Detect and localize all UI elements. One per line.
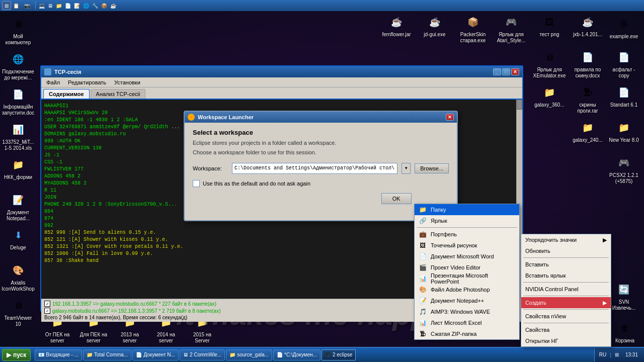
totalcomm-label: Total Comma...	[94, 352, 128, 357]
dialog-close-x[interactable]: ✕	[446, 114, 454, 121]
rcm-nview[interactable]: Свойства nView	[521, 311, 611, 322]
desktop-icon-testpng[interactable]: 🖼 тест png	[531, 14, 568, 38]
workspace-dropdown-btn[interactable]: ▼	[401, 163, 411, 174]
doc1-icon: 📄	[10, 86, 26, 103]
rcm-paste-shortcut[interactable]: Вставить ярлык	[521, 270, 611, 281]
desktop-icon-packerskin[interactable]: 📦 PackerSkin старая.exe	[455, 14, 491, 44]
default-checkbox[interactable]	[193, 180, 200, 187]
rcm-refresh[interactable]: Обновить	[521, 245, 611, 256]
menu-edit[interactable]: Редактировать	[65, 78, 109, 86]
start-icon[interactable]: ⊞	[2, 1, 11, 10]
desktop-icon-deluge[interactable]: ⬇ Deluge	[2, 225, 34, 253]
desktop-icon-pcsx2[interactable]: 🎮 PCSX2 1.2.1 (+5875)	[606, 155, 642, 185]
desktop-icon-korzina[interactable]: 🗑 Корзина	[608, 320, 642, 344]
ctx-item-notepadpp[interactable]: 📝 Документ Notepad++	[415, 295, 519, 306]
ctx-item-bitmap[interactable]: 🖼 Точечный рисунок	[415, 240, 519, 251]
status-cb-2[interactable]: ✓	[44, 308, 50, 314]
desktop-icon-fernflower[interactable]: ☕ fernflower.jar	[378, 14, 415, 38]
tab-content[interactable]: Содержимое	[43, 89, 90, 99]
desktop-icon-jxb[interactable]: ☕ jxb-1.4.201...	[570, 14, 606, 38]
desktop-icon-mycomputer[interactable]: 🖥 Мой компьютер	[2, 14, 34, 48]
toolbar-icon-1[interactable]: 📋	[13, 3, 19, 9]
workspace-input[interactable]	[232, 163, 397, 174]
rcm-arrange[interactable]: Упорядочить значки ▶	[521, 234, 611, 245]
example-icon: ⚙	[616, 16, 632, 32]
ctx-item-ppt[interactable]: 📊 Презентация Microsoft PowerPoint	[415, 273, 519, 284]
tab-analysis[interactable]: Анализ TCP-сесii	[91, 89, 146, 99]
ctx-item-yarlyk[interactable]: 🔗 Ярлык	[415, 215, 519, 226]
ctx-photoshop-label: Файл Adobe Photoshop	[431, 287, 490, 293]
tray-icons: ⊞	[613, 352, 620, 357]
otpek-label: От ПЕК на server	[40, 331, 74, 344]
toolbar-icon-5[interactable]: 📁	[56, 3, 62, 9]
rcm-create[interactable]: Создать ▶	[521, 297, 611, 308]
tcp-minimize-btn[interactable]: _	[493, 68, 501, 75]
rcm-openng-label: Открытки НГ	[525, 338, 558, 344]
teamviewer-label: TeamViewer 10	[4, 315, 33, 328]
commwiz-label: 2 CommWie...	[190, 352, 221, 357]
toolbar-icon-3[interactable]: 💻	[39, 3, 45, 9]
ctx-item-video[interactable]: 🎬 Проект Video Editor	[415, 262, 519, 273]
ctx-item-folder[interactable]: 📁 Папку	[415, 204, 519, 215]
start-icon-text: ▶	[7, 351, 11, 358]
desktop-icon-screeny[interactable]: 🗜 скрины проги.rar	[570, 84, 606, 115]
desktop-icon-network[interactable]: 🌐 Подключение до мережi...	[2, 49, 34, 83]
menu-settings[interactable]: Установки	[111, 78, 143, 86]
menu-file[interactable]: Файл	[43, 78, 63, 86]
desktop-icon-notepad[interactable]: 📝 Документ Notepad...	[2, 190, 34, 224]
toolbar-icon-11[interactable]: ☕	[110, 3, 116, 9]
toolbar-icon-7[interactable]: 📝	[74, 3, 80, 9]
asfalt-label: асфальт - copy	[606, 66, 642, 79]
ctx-item-aimp[interactable]: 🎵 AIMP3: Windows WAVE	[415, 306, 519, 317]
desktop-icon-atari[interactable]: 🎮 Ярлык для Atari_Style...	[493, 14, 529, 44]
taskbar-item-source[interactable]: 📁 source_gala...	[226, 349, 272, 360]
toolbar-icon-4[interactable]: 🖥	[48, 3, 53, 9]
toolbar-icon-10[interactable]: 📦	[101, 3, 107, 9]
rcm-openng[interactable]: Открытки НГ	[521, 335, 611, 346]
desktop-icon-galaxy360[interactable]: 📁 galaxy_360...	[531, 84, 568, 109]
taskbar-item-commwiz[interactable]: 🖥 2 CommWie...	[180, 349, 225, 360]
toolbar-icon-9[interactable]: 🔧	[92, 3, 98, 9]
ctx-item-excel[interactable]: 📊 Лист Microsoft Excel	[415, 317, 519, 328]
desktop-icon-standart[interactable]: 📄 Standart 6.1	[606, 84, 642, 109]
desktop-icon-rules[interactable]: 📄 правила по скину.docx	[570, 49, 606, 79]
ctx-video-label: Проект Video Editor	[431, 264, 480, 270]
ctx-item-photoshop[interactable]: 🎨 Файл Adobe Photoshop	[415, 284, 519, 295]
status-cb-1[interactable]: ✓	[44, 301, 50, 307]
taskbar-item-doc[interactable]: 📄 *C:\Докумен...	[273, 349, 320, 360]
ctx-item-word[interactable]: 📄 Документ Microsoft Word	[415, 251, 519, 262]
desktop-icon-excel[interactable]: 📊 133752_МiT... 1-5 2014.xls	[2, 120, 34, 154]
tcp-maximize-btn[interactable]: □	[502, 68, 510, 75]
desktop-icon-teamviewer[interactable]: 🖥 TeamViewer 10	[2, 296, 34, 330]
ctx-item-zip[interactable]: 🗜 Сжатая ZIP-папка	[415, 328, 519, 339]
toolbar-icon-2[interactable]: 📷	[24, 3, 30, 9]
desktop-icon-galaxy240[interactable]: 📁 galaxy_240...	[570, 120, 606, 144]
rcm-paste[interactable]: Вставить	[521, 259, 611, 270]
taskbar-item-mail[interactable]: 📧 Входящие - ...	[35, 349, 82, 360]
taskbar-item-totalcomm[interactable]: 📁 Total Comma...	[83, 349, 131, 360]
browse-button[interactable]: Browse...	[415, 163, 449, 173]
desktop-icon-doc1[interactable]: 📄 Iнформацiйн запустити.doc	[2, 84, 34, 119]
desktop-icon-jdgui[interactable]: ☕ jd-gui.exe	[417, 14, 453, 38]
desktop-icon-example[interactable]: ⚙ example.exe	[606, 14, 642, 42]
taskbar-item-eclipse[interactable]: 🌑 2 eclipse	[321, 349, 356, 360]
start-button[interactable]: ▶ пуск	[2, 349, 31, 361]
taskbar-item-notepad[interactable]: 📄 Документ N...	[132, 349, 179, 360]
dialog-close-btn[interactable]: ✕	[446, 114, 454, 121]
rcm-props[interactable]: Свойства	[521, 324, 611, 335]
tray-sep: |	[610, 352, 611, 358]
desktop-icon-folder1[interactable]: 📁 НКК_форми	[2, 155, 34, 183]
ok-button[interactable]: OK	[381, 193, 412, 204]
desktop-icon-asfalt[interactable]: 📄 асфальт - copy	[606, 49, 642, 79]
tcp-close-btn[interactable]: ✕	[511, 68, 519, 75]
rcm-nvidia[interactable]: NVIDIA Control Panel	[521, 284, 611, 295]
dialog-titlebar: 🔸 Workspace Launcher ✕	[185, 112, 457, 123]
desktop-icon-xemulator[interactable]: 🖥 Ярлык для XEmulator.exe	[531, 49, 568, 79]
jxb-icon: ☕	[580, 14, 596, 30]
toolbar-icon-6[interactable]: 📄	[65, 3, 71, 9]
ctx-item-portfel[interactable]: 💼 Портфель	[415, 229, 519, 240]
desktop-icon-axialis[interactable]: 🎨 Axialis IconWorkShop	[2, 260, 34, 295]
desktop-icon-newyear[interactable]: 📁 New Year 8.0	[606, 120, 642, 144]
toolbar-icon-8[interactable]: 🌐	[83, 3, 89, 9]
rcm-arrange-label: Упорядочить значки	[525, 237, 577, 243]
